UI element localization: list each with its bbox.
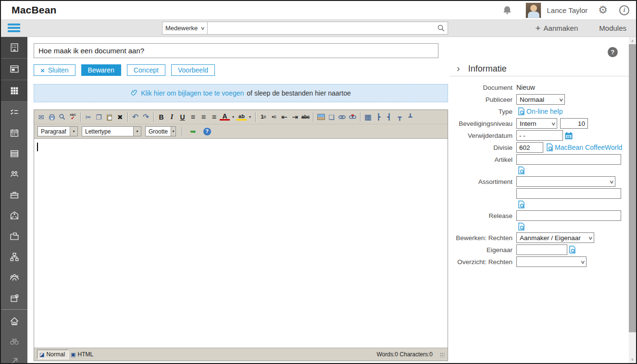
print-icon[interactable] — [47, 112, 57, 122]
lookup-icon[interactable] — [546, 143, 554, 152]
sidebar-item-projects[interactable] — [1, 184, 27, 205]
save-button[interactable]: Bewaren — [81, 64, 121, 76]
user-avatar[interactable] — [525, 2, 541, 18]
find-icon[interactable] — [57, 112, 67, 122]
insert-image-icon[interactable] — [316, 112, 326, 122]
scrollbar-thumb[interactable] — [629, 44, 636, 332]
lookup-icon[interactable] — [517, 200, 525, 209]
delete-cell-icon[interactable]: ┫ — [384, 112, 394, 122]
insert-cell-icon[interactable]: ┣ — [374, 112, 384, 122]
sidebar-item-groups[interactable] — [1, 267, 27, 288]
type-link[interactable]: On-line help — [526, 108, 563, 115]
align-center-icon[interactable]: ≡ — [199, 112, 209, 122]
scroll-down-icon[interactable]: ∨ — [629, 355, 636, 363]
divisie-input[interactable] — [516, 142, 543, 153]
sidebar-item-meetings[interactable] — [1, 164, 27, 184]
vertical-scrollbar[interactable]: ∧ ∨ — [629, 37, 636, 363]
lookup-icon[interactable] — [517, 107, 525, 116]
calendar-picker-icon[interactable] — [564, 132, 573, 140]
attachment-dropzone[interactable]: Klik hier om bijlagen toe te voegen of s… — [34, 84, 448, 102]
sidebar-item-apps[interactable] — [1, 80, 27, 102]
bullet-list-icon[interactable]: •≡ — [269, 112, 279, 122]
insert-hyperlink-icon[interactable] — [337, 112, 347, 122]
search-scope-select[interactable]: Medewerke ∨ — [162, 22, 208, 35]
info-icon[interactable]: i — [619, 5, 629, 15]
panel-help-icon[interactable]: ? — [608, 47, 618, 57]
lookup-icon[interactable] — [568, 245, 576, 254]
attachment-link[interactable]: Klik hier om bijlagen toe te voegen — [141, 89, 244, 97]
bewerken-rechten-select[interactable]: Aanmaker / Eigenaar ∨ — [516, 232, 594, 243]
beveiligingsniveau-number-input[interactable] — [560, 118, 588, 129]
outdent-icon[interactable]: ⇤ — [279, 112, 289, 122]
spellcheck-icon[interactable]: ABC ✓ — [68, 112, 78, 122]
settings-gear-icon[interactable]: ⚙ — [598, 5, 608, 15]
paste-icon[interactable] — [104, 112, 114, 122]
strikethrough-icon[interactable]: abc — [300, 112, 311, 122]
tab-normal-view[interactable]: ◪ Normal — [37, 350, 69, 359]
highlight-dropdown-icon[interactable]: ▾ — [247, 112, 253, 122]
lookup-icon[interactable] — [517, 166, 525, 175]
delete-icon[interactable]: ✖ — [115, 112, 125, 122]
notifications-bell-icon[interactable] — [502, 5, 512, 15]
sidebar-item-organisation[interactable] — [1, 37, 27, 59]
sidebar-item-documents[interactable] — [1, 226, 27, 246]
modules-button[interactable]: Modules — [599, 24, 626, 32]
italic-icon[interactable]: I — [167, 112, 177, 122]
paragraph-style-select[interactable]: Paragraaf ▾ — [37, 126, 78, 136]
search-icon[interactable] — [437, 24, 445, 34]
hamburger-menu-icon[interactable] — [8, 24, 20, 32]
sidebar-item-mail[interactable] — [1, 205, 27, 226]
lookup-icon[interactable] — [517, 222, 525, 231]
draft-button[interactable]: Concept — [127, 64, 165, 76]
eigenaar-input[interactable] — [516, 244, 567, 255]
verwijderdatum-input[interactable] — [516, 130, 563, 141]
sidebar-item-tasks[interactable] — [1, 102, 27, 122]
preview-button[interactable]: Voorbeeld — [171, 64, 215, 76]
align-right-icon[interactable]: ≡ — [209, 112, 219, 122]
scroll-up-icon[interactable]: ∧ — [629, 37, 636, 45]
info-panel-header[interactable]: › Informatie — [457, 64, 507, 74]
assortiment-input[interactable] — [516, 188, 621, 199]
insert-document-link-icon[interactable]: ❏ — [326, 112, 337, 122]
assortiment-select[interactable]: ∨ — [516, 176, 615, 187]
sidebar-item-calendar[interactable] — [1, 122, 27, 143]
tab-html-view[interactable]: ▣ HTML — [69, 350, 97, 359]
insert-media-icon[interactable]: ➥ — [188, 127, 198, 136]
numbered-list-icon[interactable]: 1≡ — [258, 112, 268, 122]
publiceer-select[interactable]: Normaal ∨ — [516, 94, 565, 105]
create-button[interactable]: + Aanmaken — [535, 23, 578, 34]
align-left-icon[interactable]: ≡ — [188, 112, 198, 122]
indent-icon[interactable]: ⇥ — [290, 112, 300, 122]
cut-icon[interactable]: ✂ — [83, 112, 93, 122]
beveiligingsniveau-select[interactable]: Intern ∨ — [516, 118, 557, 129]
sidebar-item-intranet[interactable] — [1, 59, 27, 80]
underline-icon[interactable]: U — [177, 112, 187, 122]
remove-hyperlink-icon[interactable] — [348, 112, 358, 122]
search-input[interactable] — [208, 22, 448, 35]
artikel-input[interactable] — [516, 154, 621, 165]
copy-icon[interactable]: ❐ — [94, 112, 104, 122]
merge-cell-icon[interactable]: ┻ — [405, 112, 415, 122]
sidebar-item-search[interactable] — [1, 331, 27, 351]
font-size-select[interactable]: Grootte ▾ — [145, 126, 176, 136]
font-family-select[interactable]: Lettertype ▾ — [82, 126, 141, 136]
sidebar-item-products[interactable] — [1, 288, 27, 308]
highlight-color-icon[interactable]: ab — [237, 113, 247, 121]
sidebar-item-home[interactable] — [1, 311, 27, 331]
editor-help-icon[interactable]: ? — [202, 127, 212, 136]
resize-grip[interactable] — [439, 352, 445, 357]
bold-icon[interactable]: B — [156, 112, 166, 122]
editor-content-area[interactable] — [34, 138, 448, 348]
send-icon[interactable]: ✉ — [36, 112, 46, 122]
sidebar-item-lists[interactable] — [1, 143, 27, 164]
document-title-input[interactable] — [34, 43, 438, 58]
undo-icon[interactable]: ↶ — [130, 112, 140, 122]
redo-icon[interactable]: ↷ — [141, 112, 151, 122]
font-color-dropdown-icon[interactable]: ▾ — [230, 112, 236, 122]
sidebar-item-structure[interactable] — [1, 246, 27, 267]
divisie-link[interactable]: MacBean CoffeeWorld — [555, 144, 622, 151]
insert-table-icon[interactable]: ▦ — [363, 112, 373, 122]
sidebar-item-external[interactable] — [1, 351, 27, 364]
split-cell-icon[interactable]: ┳ — [395, 112, 405, 122]
release-input[interactable] — [516, 210, 621, 221]
